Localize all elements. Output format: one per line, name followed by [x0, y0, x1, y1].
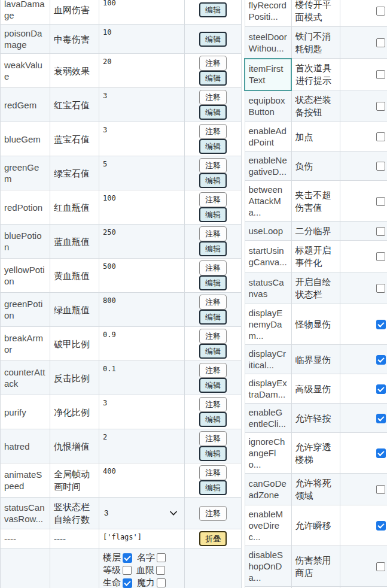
- config-key-cell[interactable]: equipboxButton: [245, 90, 291, 122]
- config-key-cell[interactable]: hatred: [1, 429, 50, 463]
- flag-checkbox[interactable]: [376, 485, 385, 494]
- config-key-cell[interactable]: steelDoorWithou...: [245, 27, 291, 59]
- flag-checkbox[interactable]: [376, 448, 386, 458]
- flag-checkbox[interactable]: [376, 252, 385, 261]
- flag-checkbox[interactable]: [376, 132, 385, 141]
- config-key-cell[interactable]: counterAttack: [1, 361, 50, 395]
- annotate-button[interactable]: 注释: [199, 465, 227, 480]
- edit-button[interactable]: 编辑: [199, 71, 227, 86]
- config-key-cell[interactable]: startUsingCanva...: [245, 241, 291, 272]
- edit-button[interactable]: 编辑: [199, 241, 227, 256]
- chevron-down-icon: [170, 511, 178, 516]
- grid-item-label: 等级: [103, 565, 121, 575]
- edit-button[interactable]: 编辑: [199, 2, 227, 17]
- edit-button[interactable]: 编辑: [199, 139, 227, 154]
- annotate-button[interactable]: 注释: [199, 295, 227, 310]
- config-key-cell[interactable]: bluePotion: [1, 225, 50, 259]
- row-count-select[interactable]: 3: [103, 507, 181, 520]
- annotate-button[interactable]: 注释: [199, 158, 227, 173]
- edit-button[interactable]: 编辑: [199, 173, 227, 188]
- config-key-cell[interactable]: disableShopOnDa...: [245, 546, 291, 587]
- config-key-cell[interactable]: displayCritical...: [245, 345, 291, 374]
- config-key-cell[interactable]: statusBarItems: [1, 548, 50, 588]
- config-label-cell: 标题开启事件化: [291, 241, 340, 272]
- config-key-cell[interactable]: displayEnemyDam...: [245, 304, 291, 345]
- config-key-cell[interactable]: flyRecordPositi...: [245, 0, 291, 27]
- table-row: purify净化比例3注释编辑: [1, 395, 242, 429]
- flag-checkbox[interactable]: [376, 197, 385, 206]
- flag-checkbox[interactable]: [376, 284, 385, 293]
- config-value-cell: 5: [99, 156, 185, 190]
- annotate-button[interactable]: 注释: [199, 124, 227, 139]
- flag-checkbox[interactable]: [376, 7, 385, 16]
- grid-item-checkbox[interactable]: [156, 566, 165, 575]
- config-key-cell[interactable]: poisonDamage: [1, 25, 50, 54]
- flag-checkbox[interactable]: [376, 562, 385, 571]
- edit-button[interactable]: 编辑: [199, 310, 227, 325]
- config-key-cell[interactable]: enableAddPoint: [245, 122, 291, 151]
- annotate-button[interactable]: 注释: [199, 260, 227, 275]
- annotate-button[interactable]: 注释: [199, 226, 227, 241]
- config-key-cell[interactable]: animateSpeed: [1, 463, 50, 498]
- row-buttons-cell: 编辑: [185, 0, 242, 25]
- config-key-cell[interactable]: greenGem: [1, 156, 50, 190]
- edit-button[interactable]: 编辑: [199, 480, 227, 495]
- flag-checkbox[interactable]: [376, 38, 385, 47]
- annotate-button[interactable]: 注释: [199, 397, 227, 412]
- config-key-cell[interactable]: blueGem: [1, 122, 50, 156]
- config-key-cell[interactable]: enableGentleCli...: [245, 404, 291, 433]
- edit-button[interactable]: 编辑: [199, 105, 227, 120]
- edit-button[interactable]: 编辑: [199, 207, 227, 222]
- flag-checkbox[interactable]: [376, 162, 385, 171]
- edit-button[interactable]: 编辑: [199, 412, 227, 427]
- grid-item-checkbox[interactable]: [123, 566, 132, 575]
- collapse-button[interactable]: 折叠: [199, 531, 227, 546]
- row-buttons-cell: 注释编辑: [185, 259, 242, 293]
- config-key-cell[interactable]: purify: [1, 395, 50, 429]
- config-key-cell[interactable]: enableMoveDirec...: [245, 505, 291, 546]
- config-key-cell[interactable]: yellowPotion: [1, 259, 50, 293]
- flag-checkbox[interactable]: [376, 384, 386, 394]
- config-key-cell[interactable]: displayExtraDam...: [245, 374, 291, 404]
- edit-button[interactable]: 编辑: [199, 275, 227, 290]
- grid-item-checkbox[interactable]: [123, 578, 132, 588]
- flag-checkbox[interactable]: [376, 227, 385, 236]
- config-key-cell[interactable]: ignoreChangeFlo...: [245, 433, 291, 474]
- grid-item-checkbox[interactable]: [157, 578, 166, 587]
- config-key-cell[interactable]: statusCanvas: [245, 272, 291, 304]
- edit-button[interactable]: 编辑: [199, 344, 227, 359]
- grid-item-checkbox[interactable]: [157, 553, 166, 562]
- config-key-cell[interactable]: betweenAttackMa...: [245, 181, 291, 222]
- edit-button[interactable]: 编辑: [199, 378, 227, 393]
- config-value-cell: ['flags']: [99, 529, 185, 548]
- config-key-cell[interactable]: redPotion: [1, 190, 50, 225]
- annotate-button[interactable]: 注释: [199, 329, 227, 344]
- flag-checkbox[interactable]: [376, 102, 385, 111]
- annotate-button[interactable]: 注释: [199, 431, 227, 446]
- config-key-cell[interactable]: ----: [1, 529, 50, 548]
- config-key-cell[interactable]: useLoop: [245, 222, 291, 241]
- annotate-button[interactable]: 注释: [199, 192, 227, 207]
- config-key-cell[interactable]: canGoDeadZone: [245, 474, 291, 505]
- flag-checkbox[interactable]: [376, 521, 386, 531]
- config-key-cell[interactable]: statusCanvasRow...: [1, 498, 50, 529]
- config-key-cell[interactable]: breakArmor: [1, 327, 50, 361]
- grid-item-label: 生命: [103, 577, 121, 588]
- flag-checkbox[interactable]: [376, 320, 386, 329]
- annotate-button[interactable]: 注释: [199, 363, 227, 378]
- grid-item-checkbox[interactable]: [123, 553, 132, 563]
- edit-button[interactable]: 编辑: [199, 446, 227, 461]
- annotate-button[interactable]: 注释: [199, 56, 227, 71]
- flag-checkbox[interactable]: [376, 414, 386, 423]
- edit-button[interactable]: 编辑: [199, 32, 227, 47]
- config-key-cell[interactable]: itemFirstText: [245, 59, 291, 90]
- flag-checkbox[interactable]: [376, 70, 385, 79]
- flag-checkbox[interactable]: [376, 355, 386, 365]
- annotate-button[interactable]: 注释: [199, 506, 227, 521]
- config-key-cell[interactable]: redGem: [1, 88, 50, 122]
- config-key-cell[interactable]: enableNegativeD...: [245, 151, 291, 181]
- config-key-cell[interactable]: weakValue: [1, 54, 50, 88]
- config-key-cell[interactable]: greenPotion: [1, 293, 50, 327]
- annotate-button[interactable]: 注释: [199, 90, 227, 105]
- config-key-cell[interactable]: lavaDamage: [1, 0, 50, 25]
